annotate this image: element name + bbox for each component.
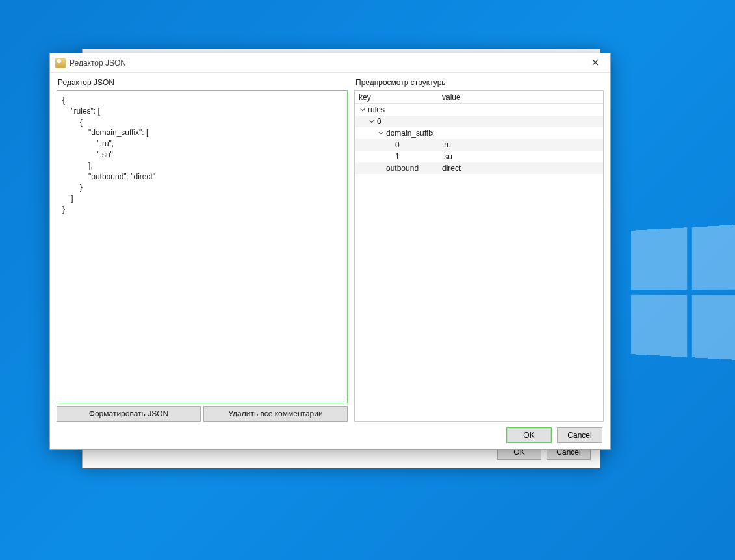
- json-editor-dialog: Редактор JSON Редактор JSON Форматироват…: [49, 53, 611, 450]
- tree-key: 0: [395, 140, 400, 149]
- tree-row[interactable]: domain_suffix: [355, 127, 603, 139]
- close-button[interactable]: [580, 53, 610, 73]
- tree-header-key: key: [355, 93, 439, 102]
- tree-value: direct: [439, 164, 603, 173]
- window-title: Редактор JSON: [70, 58, 126, 68]
- tree-key: outbound: [386, 164, 419, 173]
- close-icon: [592, 58, 599, 68]
- json-textarea[interactable]: [57, 90, 348, 403]
- tree-key: rules: [368, 105, 385, 114]
- tree-value: .su: [439, 152, 603, 161]
- tree-header: key value: [355, 91, 603, 104]
- tree-row[interactable]: 0: [355, 116, 603, 127]
- windows-logo: [631, 224, 735, 361]
- structure-tree[interactable]: key value rules0domain_suffix0.ru1.suout…: [354, 90, 604, 422]
- tree-value: .ru: [439, 140, 603, 149]
- chevron-down-icon[interactable]: [359, 106, 367, 114]
- chevron-down-icon[interactable]: [368, 118, 376, 125]
- tree-row[interactable]: outbounddirect: [355, 162, 603, 174]
- app-icon: [55, 58, 66, 68]
- tree-key: 1: [395, 152, 400, 161]
- tree-key: 0: [377, 117, 381, 126]
- tree-row[interactable]: 0.ru: [355, 139, 603, 151]
- tree-key: domain_suffix: [386, 129, 434, 138]
- cancel-button[interactable]: Cancel: [557, 427, 602, 443]
- editor-label: Редактор JSON: [57, 78, 348, 87]
- dialog-footer: OK Cancel: [50, 422, 610, 449]
- ok-button[interactable]: OK: [506, 427, 552, 443]
- tree-header-value: value: [439, 93, 603, 102]
- format-json-button[interactable]: Форматировать JSON: [57, 406, 201, 422]
- tree-row[interactable]: rules: [355, 104, 603, 116]
- tree-row[interactable]: 1.su: [355, 151, 603, 162]
- chevron-down-icon[interactable]: [377, 129, 385, 137]
- preview-label: Предпросмотр структуры: [354, 78, 604, 87]
- remove-comments-button[interactable]: Удалить все комментарии: [203, 406, 348, 422]
- titlebar: Редактор JSON: [50, 53, 610, 73]
